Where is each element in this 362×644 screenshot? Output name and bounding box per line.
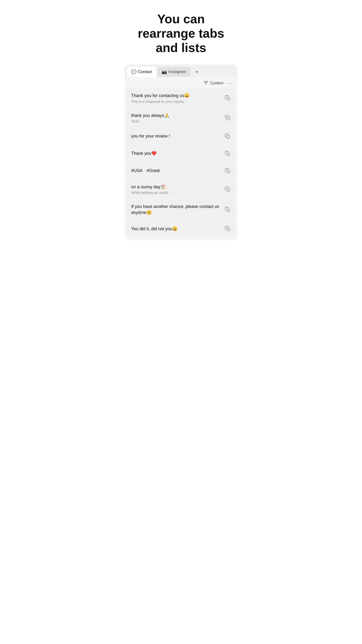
list-item-main: Thank you❤️ [131, 150, 221, 156]
list-item-sub: While walking as usual... [131, 190, 221, 194]
copy-button[interactable] [224, 225, 232, 233]
list-item-text: If you have another chance, please conta… [131, 204, 221, 216]
list-item-main: you for your review ! [131, 133, 221, 139]
list-item-text: #USA #Great [131, 168, 221, 174]
tab-contact[interactable]: 💬 Contact [127, 67, 156, 77]
more-options-button[interactable]: ··· [227, 80, 233, 86]
list-item-main: thank you always🙏 [131, 112, 221, 118]
list-item[interactable]: If you have another chance, please conta… [126, 199, 236, 220]
list-item[interactable]: on a sunny day🏖️While walking as usual..… [126, 180, 236, 199]
list-item-sub: This is a response to your inquiry. [131, 100, 221, 104]
list-item-main: You did it, did not you😀 [131, 226, 221, 232]
list-item-main: If you have another chance, please conta… [131, 204, 221, 216]
tabs-bar: 💬 Contact 📷 Instagram + [124, 64, 238, 77]
list-item[interactable]: Thank you for contacting us😀This is a re… [126, 88, 236, 108]
list-item[interactable]: You did it, did not you😀 [126, 220, 236, 237]
instagram-tab-icon: 📷 [162, 69, 167, 74]
svg-rect-10 [227, 228, 230, 231]
copy-button[interactable] [224, 167, 232, 175]
svg-rect-3 [227, 97, 230, 100]
filter-button[interactable]: Custom [204, 80, 223, 86]
list-item-main: Thank you for contacting us😀 [131, 93, 221, 99]
svg-rect-7 [227, 170, 230, 173]
instagram-tab-label: Instagram [168, 70, 187, 74]
list-item[interactable]: thank you always🙏Yeah [126, 108, 236, 128]
filter-label-text: Custom [210, 81, 223, 85]
svg-rect-4 [227, 117, 230, 120]
add-tab-button[interactable]: + [192, 68, 201, 76]
list-item-text: you for your review ! [131, 133, 221, 139]
list-item-text: on a sunny day🏖️While walking as usual..… [131, 184, 221, 194]
page-title: You can rearrange tabs and lists [121, 0, 241, 64]
filter-bar: Custom ··· [124, 77, 238, 88]
list-item-text: Thank you❤️ [131, 150, 221, 156]
list-container: Thank you for contacting us😀This is a re… [124, 88, 238, 240]
list-item-text: Thank you for contacting us😀This is a re… [131, 93, 221, 103]
list-item-main: #USA #Great [131, 168, 221, 174]
list-item-main: on a sunny day🏖️ [131, 184, 221, 190]
main-card: 💬 Contact 📷 Instagram + Custom ··· [124, 64, 238, 240]
svg-rect-5 [227, 136, 230, 138]
copy-button[interactable] [224, 132, 232, 140]
tab-content: Custom ··· Thank you for contacting us😀T… [124, 77, 238, 240]
list-item-text: You did it, did not you😀 [131, 226, 221, 232]
list-item[interactable]: Thank you❤️ [126, 145, 236, 162]
copy-button[interactable] [224, 150, 232, 158]
tab-instagram[interactable]: 📷 Instagram [157, 67, 191, 77]
svg-rect-9 [227, 209, 230, 212]
list-item[interactable]: #USA #Great [126, 162, 236, 179]
contact-tab-icon: 💬 [131, 69, 136, 74]
copy-button[interactable] [224, 206, 232, 214]
svg-rect-8 [227, 188, 230, 191]
copy-button[interactable] [224, 185, 232, 193]
svg-rect-6 [227, 153, 230, 156]
list-item[interactable]: you for your review ! [126, 128, 236, 145]
contact-tab-label: Contact [138, 70, 152, 74]
copy-button[interactable] [224, 114, 232, 122]
list-item-sub: Yeah [131, 119, 221, 123]
copy-button[interactable] [224, 94, 232, 102]
filter-icon [204, 80, 208, 86]
list-item-text: thank you always🙏Yeah [131, 112, 221, 123]
